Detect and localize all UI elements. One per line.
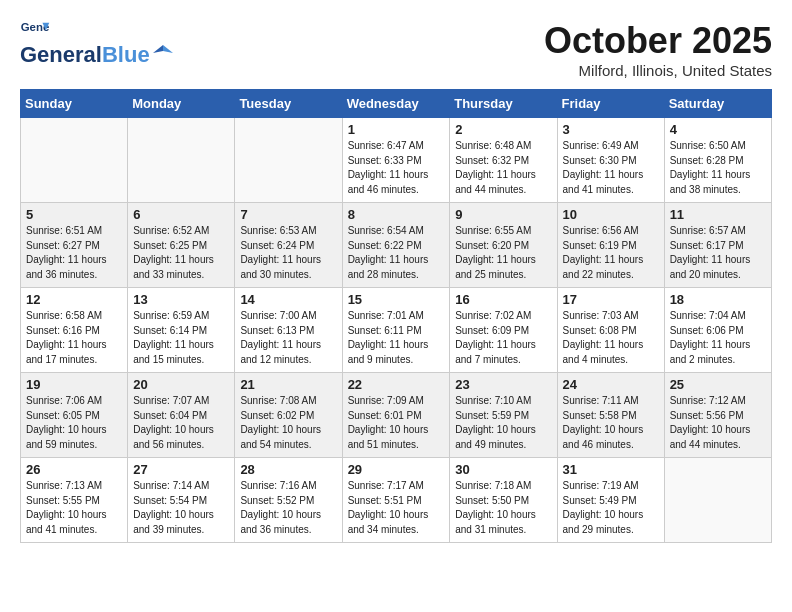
location-text: Milford, Illinois, United States bbox=[544, 62, 772, 79]
day-info: Sunrise: 7:07 AMSunset: 6:04 PMDaylight:… bbox=[133, 394, 229, 452]
calendar-cell: 25Sunrise: 7:12 AMSunset: 5:56 PMDayligh… bbox=[664, 373, 771, 458]
day-number: 8 bbox=[348, 207, 445, 222]
calendar-cell: 13Sunrise: 6:59 AMSunset: 6:14 PMDayligh… bbox=[128, 288, 235, 373]
day-number: 18 bbox=[670, 292, 766, 307]
calendar-cell: 3Sunrise: 6:49 AMSunset: 6:30 PMDaylight… bbox=[557, 118, 664, 203]
weekday-header-row: SundayMondayTuesdayWednesdayThursdayFrid… bbox=[21, 90, 772, 118]
calendar-cell bbox=[21, 118, 128, 203]
day-info: Sunrise: 6:56 AMSunset: 6:19 PMDaylight:… bbox=[563, 224, 659, 282]
calendar-cell: 27Sunrise: 7:14 AMSunset: 5:54 PMDayligh… bbox=[128, 458, 235, 543]
month-title: October 2025 bbox=[544, 20, 772, 62]
calendar-cell: 16Sunrise: 7:02 AMSunset: 6:09 PMDayligh… bbox=[450, 288, 557, 373]
day-info: Sunrise: 6:54 AMSunset: 6:22 PMDaylight:… bbox=[348, 224, 445, 282]
day-number: 2 bbox=[455, 122, 551, 137]
calendar-cell: 28Sunrise: 7:16 AMSunset: 5:52 PMDayligh… bbox=[235, 458, 342, 543]
day-info: Sunrise: 6:57 AMSunset: 6:17 PMDaylight:… bbox=[670, 224, 766, 282]
calendar-row: 5Sunrise: 6:51 AMSunset: 6:27 PMDaylight… bbox=[21, 203, 772, 288]
day-number: 12 bbox=[26, 292, 122, 307]
calendar-cell: 26Sunrise: 7:13 AMSunset: 5:55 PMDayligh… bbox=[21, 458, 128, 543]
calendar-cell: 30Sunrise: 7:18 AMSunset: 5:50 PMDayligh… bbox=[450, 458, 557, 543]
day-info: Sunrise: 7:01 AMSunset: 6:11 PMDaylight:… bbox=[348, 309, 445, 367]
calendar-cell: 17Sunrise: 7:03 AMSunset: 6:08 PMDayligh… bbox=[557, 288, 664, 373]
day-number: 30 bbox=[455, 462, 551, 477]
page-header: General General Blue October 2025 Milfor… bbox=[20, 20, 772, 79]
day-info: Sunrise: 7:13 AMSunset: 5:55 PMDaylight:… bbox=[26, 479, 122, 537]
calendar-row: 12Sunrise: 6:58 AMSunset: 6:16 PMDayligh… bbox=[21, 288, 772, 373]
day-number: 14 bbox=[240, 292, 336, 307]
calendar-row: 1Sunrise: 6:47 AMSunset: 6:33 PMDaylight… bbox=[21, 118, 772, 203]
day-info: Sunrise: 7:14 AMSunset: 5:54 PMDaylight:… bbox=[133, 479, 229, 537]
weekday-header-sunday: Sunday bbox=[21, 90, 128, 118]
day-number: 27 bbox=[133, 462, 229, 477]
day-number: 29 bbox=[348, 462, 445, 477]
calendar-cell: 4Sunrise: 6:50 AMSunset: 6:28 PMDaylight… bbox=[664, 118, 771, 203]
day-number: 1 bbox=[348, 122, 445, 137]
calendar-table: SundayMondayTuesdayWednesdayThursdayFrid… bbox=[20, 89, 772, 543]
svg-marker-3 bbox=[153, 45, 163, 53]
calendar-cell: 21Sunrise: 7:08 AMSunset: 6:02 PMDayligh… bbox=[235, 373, 342, 458]
day-number: 17 bbox=[563, 292, 659, 307]
day-number: 21 bbox=[240, 377, 336, 392]
calendar-cell: 8Sunrise: 6:54 AMSunset: 6:22 PMDaylight… bbox=[342, 203, 450, 288]
day-info: Sunrise: 7:02 AMSunset: 6:09 PMDaylight:… bbox=[455, 309, 551, 367]
day-info: Sunrise: 7:10 AMSunset: 5:59 PMDaylight:… bbox=[455, 394, 551, 452]
day-info: Sunrise: 6:49 AMSunset: 6:30 PMDaylight:… bbox=[563, 139, 659, 197]
day-number: 24 bbox=[563, 377, 659, 392]
logo: General General Blue bbox=[20, 20, 173, 68]
day-info: Sunrise: 7:04 AMSunset: 6:06 PMDaylight:… bbox=[670, 309, 766, 367]
day-number: 28 bbox=[240, 462, 336, 477]
day-info: Sunrise: 7:16 AMSunset: 5:52 PMDaylight:… bbox=[240, 479, 336, 537]
day-info: Sunrise: 7:17 AMSunset: 5:51 PMDaylight:… bbox=[348, 479, 445, 537]
weekday-header-friday: Friday bbox=[557, 90, 664, 118]
calendar-cell: 14Sunrise: 7:00 AMSunset: 6:13 PMDayligh… bbox=[235, 288, 342, 373]
weekday-header-monday: Monday bbox=[128, 90, 235, 118]
day-info: Sunrise: 6:50 AMSunset: 6:28 PMDaylight:… bbox=[670, 139, 766, 197]
day-number: 3 bbox=[563, 122, 659, 137]
logo-name-blue: Blue bbox=[102, 42, 150, 68]
calendar-cell: 23Sunrise: 7:10 AMSunset: 5:59 PMDayligh… bbox=[450, 373, 557, 458]
calendar-row: 26Sunrise: 7:13 AMSunset: 5:55 PMDayligh… bbox=[21, 458, 772, 543]
day-number: 16 bbox=[455, 292, 551, 307]
day-number: 13 bbox=[133, 292, 229, 307]
calendar-cell: 29Sunrise: 7:17 AMSunset: 5:51 PMDayligh… bbox=[342, 458, 450, 543]
svg-marker-2 bbox=[163, 45, 173, 53]
day-info: Sunrise: 7:11 AMSunset: 5:58 PMDaylight:… bbox=[563, 394, 659, 452]
day-number: 22 bbox=[348, 377, 445, 392]
day-info: Sunrise: 6:59 AMSunset: 6:14 PMDaylight:… bbox=[133, 309, 229, 367]
calendar-cell bbox=[235, 118, 342, 203]
day-info: Sunrise: 7:03 AMSunset: 6:08 PMDaylight:… bbox=[563, 309, 659, 367]
day-info: Sunrise: 7:00 AMSunset: 6:13 PMDaylight:… bbox=[240, 309, 336, 367]
day-info: Sunrise: 7:08 AMSunset: 6:02 PMDaylight:… bbox=[240, 394, 336, 452]
logo-bird-icon bbox=[153, 43, 173, 63]
logo-name-general: General bbox=[20, 42, 102, 68]
day-number: 10 bbox=[563, 207, 659, 222]
weekday-header-thursday: Thursday bbox=[450, 90, 557, 118]
day-number: 6 bbox=[133, 207, 229, 222]
day-number: 25 bbox=[670, 377, 766, 392]
calendar-cell: 9Sunrise: 6:55 AMSunset: 6:20 PMDaylight… bbox=[450, 203, 557, 288]
calendar-cell bbox=[128, 118, 235, 203]
calendar-cell: 5Sunrise: 6:51 AMSunset: 6:27 PMDaylight… bbox=[21, 203, 128, 288]
calendar-cell: 22Sunrise: 7:09 AMSunset: 6:01 PMDayligh… bbox=[342, 373, 450, 458]
day-info: Sunrise: 6:52 AMSunset: 6:25 PMDaylight:… bbox=[133, 224, 229, 282]
day-info: Sunrise: 7:12 AMSunset: 5:56 PMDaylight:… bbox=[670, 394, 766, 452]
day-number: 11 bbox=[670, 207, 766, 222]
day-info: Sunrise: 6:53 AMSunset: 6:24 PMDaylight:… bbox=[240, 224, 336, 282]
day-number: 19 bbox=[26, 377, 122, 392]
day-number: 15 bbox=[348, 292, 445, 307]
calendar-cell: 20Sunrise: 7:07 AMSunset: 6:04 PMDayligh… bbox=[128, 373, 235, 458]
day-number: 20 bbox=[133, 377, 229, 392]
day-info: Sunrise: 7:18 AMSunset: 5:50 PMDaylight:… bbox=[455, 479, 551, 537]
calendar-cell: 24Sunrise: 7:11 AMSunset: 5:58 PMDayligh… bbox=[557, 373, 664, 458]
day-number: 23 bbox=[455, 377, 551, 392]
calendar-cell: 11Sunrise: 6:57 AMSunset: 6:17 PMDayligh… bbox=[664, 203, 771, 288]
calendar-cell: 1Sunrise: 6:47 AMSunset: 6:33 PMDaylight… bbox=[342, 118, 450, 203]
day-info: Sunrise: 6:58 AMSunset: 6:16 PMDaylight:… bbox=[26, 309, 122, 367]
calendar-cell: 18Sunrise: 7:04 AMSunset: 6:06 PMDayligh… bbox=[664, 288, 771, 373]
day-info: Sunrise: 7:19 AMSunset: 5:49 PMDaylight:… bbox=[563, 479, 659, 537]
day-number: 7 bbox=[240, 207, 336, 222]
day-info: Sunrise: 6:55 AMSunset: 6:20 PMDaylight:… bbox=[455, 224, 551, 282]
day-info: Sunrise: 6:51 AMSunset: 6:27 PMDaylight:… bbox=[26, 224, 122, 282]
day-info: Sunrise: 6:47 AMSunset: 6:33 PMDaylight:… bbox=[348, 139, 445, 197]
day-number: 26 bbox=[26, 462, 122, 477]
